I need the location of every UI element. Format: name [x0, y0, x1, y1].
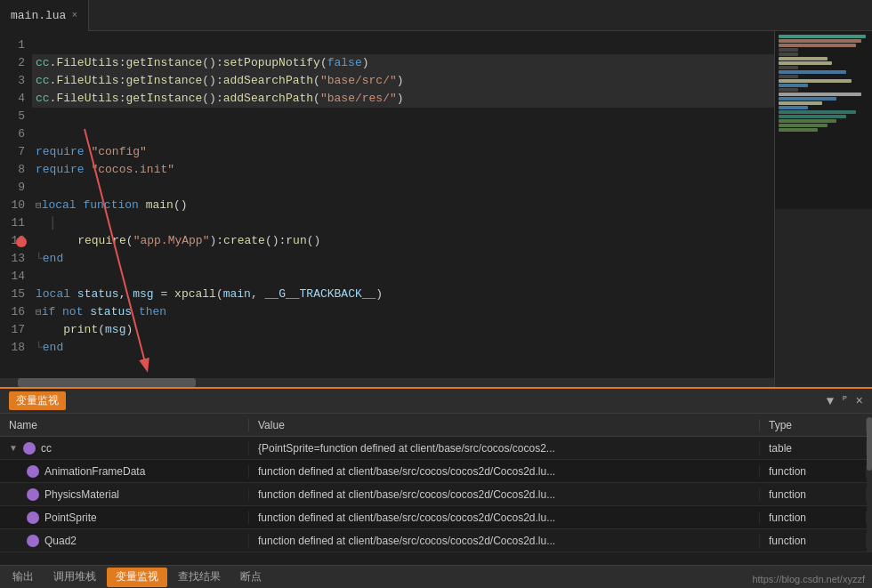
type-cell: function — [760, 511, 867, 524]
panel-pin-button[interactable]: ▼ — [827, 394, 834, 408]
panel-header: 变量监视 ▼ ᴾ × — [0, 389, 872, 414]
row-name: PhysicsMaterial — [44, 488, 119, 501]
code-line — [32, 179, 774, 197]
line-numbers: 1 2 3 4 5 6 7 8 9 10 11 12 13 14 15 16 1… — [0, 31, 32, 378]
bottom-panel: 变量监视 ▼ ᴾ × Name Value Type — [0, 387, 872, 565]
code-line: cc.FileUtils:getInstance():addSearchPath… — [32, 90, 774, 108]
name-cell: PhysicsMaterial — [0, 488, 249, 501]
code-panel: 1 2 3 4 5 6 7 8 9 10 11 12 13 14 15 16 1… — [0, 31, 774, 387]
row-name: AnimationFrameData — [44, 465, 145, 478]
code-line: └end — [32, 339, 774, 357]
object-icon — [27, 488, 39, 501]
col-type-header: Type — [760, 419, 867, 431]
tab-find-results[interactable]: 查找结果 — [169, 568, 230, 587]
table-scroll-area: Name Value Type ▼ cc {PointSprite=functi… — [0, 414, 867, 552]
code-line: cc.FileUtils:getInstance():addSearchPath… — [32, 72, 774, 90]
expand-arrow[interactable]: ▼ — [9, 443, 18, 453]
value-cell: function defined at client/base/src/coco… — [249, 535, 760, 547]
scrollbar-thumb[interactable] — [18, 378, 196, 387]
type-cell: function — [760, 488, 867, 501]
table-row[interactable]: PhysicsMaterial function defined at clie… — [0, 483, 867, 506]
tab-watch[interactable]: 变量监视 — [107, 568, 167, 587]
table-with-scroll: Name Value Type ▼ cc {PointSprite=functi… — [0, 414, 872, 552]
name-cell: AnimationFrameData — [0, 465, 249, 478]
value-cell: function defined at client/base/src/coco… — [249, 511, 760, 524]
code-line — [32, 36, 774, 54]
code-line: cc.FileUtils:getInstance():setPopupNotif… — [32, 54, 774, 72]
editor-area: 1 2 3 4 5 6 7 8 9 10 11 12 13 14 15 16 1… — [0, 31, 872, 387]
table-header: Name Value Type — [0, 414, 867, 437]
row-name: cc — [41, 442, 52, 455]
code-line: require("app.MyApp"):create():run() — [32, 232, 774, 250]
tab-filename: main.lua — [11, 9, 66, 22]
table-row[interactable]: ▼ cc {PointSprite=function defined at cl… — [0, 437, 867, 460]
breakpoint-indicator — [16, 237, 27, 247]
code-line — [32, 108, 774, 125]
code-line: └end — [32, 250, 774, 268]
tab-close-icon[interactable]: × — [71, 10, 77, 20]
minimap — [774, 31, 872, 387]
table-row[interactable]: Quad2 function defined at client/base/sr… — [0, 529, 867, 552]
table-body: ▼ cc {PointSprite=function defined at cl… — [0, 437, 867, 552]
watermark: https://blog.csdn.net/xyzzf — [752, 574, 865, 584]
table-row[interactable]: PointSprite function defined at client/b… — [0, 506, 867, 529]
panel-dock-button[interactable]: ᴾ — [841, 393, 848, 408]
minimap-canvas — [775, 31, 872, 209]
tab-output[interactable]: 输出 — [4, 568, 43, 587]
name-cell: Quad2 — [0, 535, 249, 547]
bottom-tab-bar: 输出 调用堆栈 变量监视 查找结果 断点 https://blog.csdn.n… — [0, 565, 872, 588]
panel-vertical-scrollbar[interactable] — [867, 414, 872, 552]
tab-callstack[interactable]: 调用堆栈 — [44, 568, 105, 587]
value-cell: function defined at client/base/src/coco… — [249, 488, 760, 501]
col-name-header: Name — [0, 419, 249, 431]
panel-close-button[interactable]: × — [856, 394, 863, 408]
value-cell: function defined at client/base/src/coco… — [249, 465, 760, 478]
object-icon — [27, 535, 39, 547]
code-line: ⊟local function main() — [32, 197, 774, 214]
panel-controls: ▼ ᴾ × — [827, 393, 863, 408]
panel-title: 变量监视 — [9, 391, 66, 410]
object-icon — [27, 511, 39, 524]
value-cell: {PointSprite=function defined at client/… — [249, 442, 760, 455]
code-line: require "config" — [32, 143, 774, 161]
code-content: 1 2 3 4 5 6 7 8 9 10 11 12 13 14 15 16 1… — [0, 31, 774, 378]
code-line: ⊟if not status then — [32, 303, 774, 321]
code-lines[interactable]: cc.FileUtils:getInstance():setPopupNotif… — [32, 31, 774, 378]
watch-table: Name Value Type ▼ cc {PointSprite=functi… — [0, 414, 872, 565]
object-icon — [27, 465, 39, 478]
code-line: print(msg) — [32, 321, 774, 339]
type-cell: function — [760, 465, 867, 478]
type-cell: table — [760, 442, 867, 455]
code-line: local status, msg = xpcall(main, __G__TR… — [32, 286, 774, 303]
tab-bar: main.lua × — [0, 0, 872, 31]
code-line: │ — [32, 214, 774, 232]
object-icon — [23, 442, 36, 455]
tab-breakpoints[interactable]: 断点 — [231, 568, 270, 587]
name-cell: ▼ cc — [0, 442, 249, 455]
editor-horizontal-scrollbar[interactable] — [0, 378, 774, 387]
table-row[interactable]: AnimationFrameData function defined at c… — [0, 460, 867, 483]
col-value-header: Value — [249, 419, 760, 431]
row-name: Quad2 — [44, 535, 77, 547]
code-line: require "cocos.init" — [32, 161, 774, 179]
type-cell: function — [760, 535, 867, 547]
code-line — [32, 268, 774, 286]
main-lua-tab[interactable]: main.lua × — [0, 0, 89, 31]
name-cell: PointSprite — [0, 511, 249, 524]
code-line — [32, 125, 774, 143]
row-name: PointSprite — [44, 511, 97, 524]
